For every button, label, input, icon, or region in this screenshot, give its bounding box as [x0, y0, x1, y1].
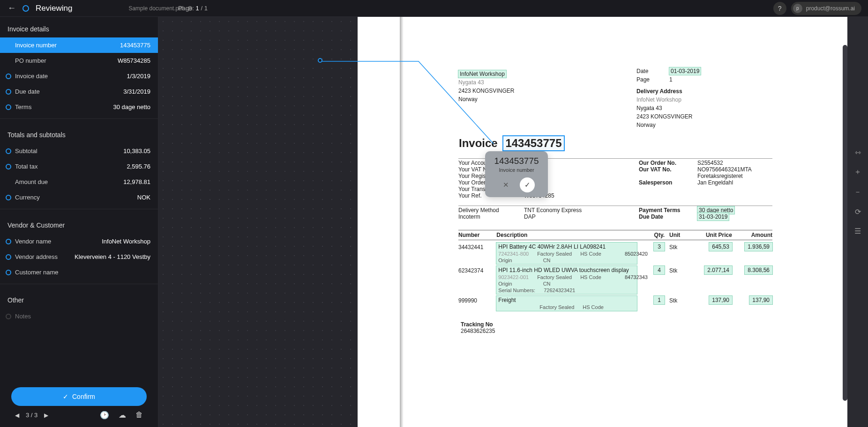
help-button[interactable]: ? [773, 2, 786, 15]
rotate-icon[interactable]: ⟳ [855, 207, 861, 216]
page-indicator: Page: 1 / 1 [178, 5, 208, 12]
doc-table-header: Number Description Qty. Unit Unit Price … [458, 230, 772, 240]
doc-line-items: 34432441 HPI Battery 4C 40WHr 2.8AH LI L… [458, 243, 772, 313]
section-vendor: Vendor & Customer [0, 213, 158, 234]
user-menu[interactable]: p product@rossum.ai [791, 2, 861, 15]
field-invoice-number[interactable]: Invoice number 143453775 [0, 37, 158, 53]
field-vendor-name[interactable]: Vendor name InfoNet Workshop [0, 234, 158, 249]
eye-icon [6, 270, 11, 275]
doc-invoice-title: Invoice 143453775 [459, 136, 564, 150]
eye-icon [6, 74, 11, 79]
trash-icon[interactable]: 🗑 [135, 411, 143, 420]
field-customer-name[interactable]: Customer name [0, 265, 158, 280]
eye-icon [6, 239, 11, 244]
doc-date: 01-03-2019 [669, 67, 701, 75]
sidebar: Invoice details Invoice number 143453775… [0, 17, 158, 427]
document-name: Sample document.pdf [128, 5, 183, 12]
download-icon[interactable]: ☁ [119, 411, 126, 420]
eye-icon [6, 104, 11, 110]
doc-vendor-name: InfoNet Workshop [458, 70, 506, 78]
search-list-icon[interactable]: ☰ [854, 227, 861, 236]
zoom-in-icon[interactable]: ＋ [854, 167, 861, 177]
field-total-tax[interactable]: Total tax 2,595.76 [0, 159, 158, 174]
popup-value: 143453775 [489, 156, 544, 166]
popup-accept-button[interactable]: ✓ [520, 177, 535, 192]
confirm-button[interactable]: ✓ Confirm [11, 387, 147, 406]
fit-width-icon[interactable]: ⇿ [855, 148, 861, 157]
field-due-date[interactable]: Due date 3/31/2019 [0, 84, 158, 99]
page-title: Reviewing [36, 4, 72, 13]
eye-icon [6, 148, 11, 154]
back-icon[interactable]: ← [7, 3, 16, 13]
eye-icon [6, 89, 11, 95]
field-invoice-date[interactable]: Invoice date 1/3/2019 [0, 68, 158, 84]
field-po-number[interactable]: PO number W85734285 [0, 53, 158, 68]
field-confirm-popup: 143453775 Invoice number ✕ ✓ [485, 151, 548, 197]
popup-label: Invoice number [489, 167, 544, 173]
section-invoice-details: Invoice details [0, 17, 158, 37]
field-vendor-address[interactable]: Vendor address Kleverveien 4 - 1120 Vest… [0, 249, 158, 265]
viewer-scrollbar[interactable] [843, 45, 847, 401]
doc-counter: 3 / 3 [26, 412, 37, 419]
section-totals: Totals and subtotals [0, 123, 158, 143]
check-icon: ✓ [63, 393, 68, 400]
clock-icon[interactable]: 🕑 [100, 411, 109, 420]
app-header: ← Reviewing Sample document.pdf ⚙ Page: … [0, 0, 868, 17]
document-page: InfoNet Workshop Nygata 43 2423 KONGSVIN… [358, 17, 850, 427]
status-indicator-icon [22, 5, 29, 12]
eye-icon [6, 164, 11, 169]
doc-tracking: Tracking No 26483626235 [461, 321, 495, 334]
section-other: Other [0, 288, 158, 309]
popup-reject-button[interactable]: ✕ [498, 177, 513, 192]
next-doc-icon[interactable]: ▶ [44, 412, 48, 419]
field-amount-due[interactable]: Amount due 12,978.81 [0, 174, 158, 190]
eye-icon [6, 254, 11, 260]
field-terms[interactable]: Terms 30 dage netto [0, 99, 158, 115]
document-viewer[interactable]: InfoNet Workshop Nygata 43 2423 KONGSVIN… [158, 17, 868, 427]
user-email: product@rossum.ai [806, 5, 855, 12]
eye-icon [6, 314, 11, 319]
eye-icon [6, 195, 11, 200]
avatar: p [793, 4, 802, 13]
zoom-out-icon[interactable]: － [854, 187, 861, 197]
prev-doc-icon[interactable]: ◀ [15, 412, 19, 419]
field-subtotal[interactable]: Subtotal 10,383.05 [0, 143, 158, 159]
doc-invoice-number-highlight[interactable]: 143453775 [503, 136, 563, 150]
field-currency[interactable]: Currency NOK [0, 190, 158, 205]
field-notes[interactable]: Notes [0, 309, 158, 324]
tool-rail: ⇿ ＋ － ⟳ ☰ [847, 17, 868, 427]
